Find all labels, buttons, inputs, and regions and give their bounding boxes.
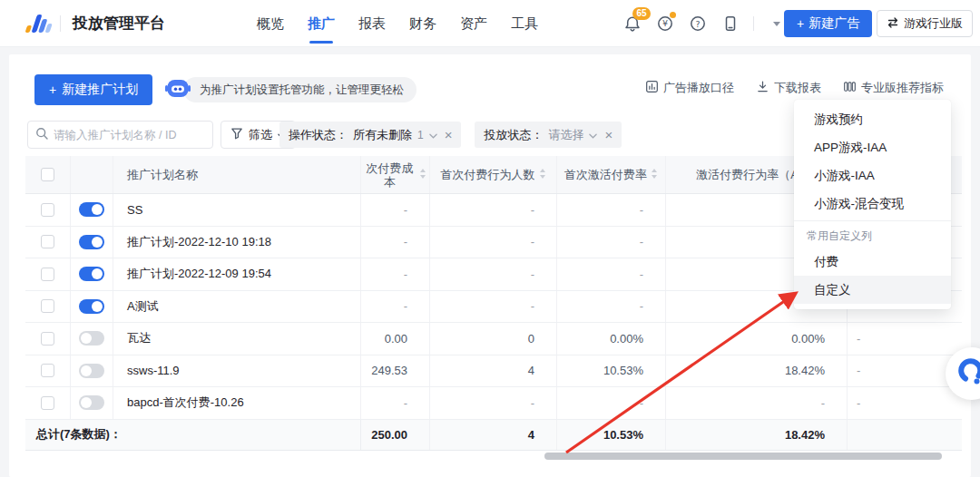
status-toggle[interactable]	[79, 235, 104, 249]
status-toggle[interactable]	[79, 202, 104, 217]
row-checkbox[interactable]	[41, 396, 54, 410]
cell-first-activation-pay-rate: 0.00%	[557, 323, 666, 355]
dropdown-item-mini-game-hybrid[interactable]: 小游戏-混合变现	[794, 190, 951, 218]
status-toggle[interactable]	[79, 395, 104, 410]
download-report-link[interactable]: 下载报表	[756, 80, 821, 96]
table-action-links: 广告播放口径 下载报表 专业版推荐指标	[645, 80, 944, 96]
cell-first-activation-pay-rate: 10.53%	[557, 355, 666, 387]
cell-first-activation-pay-rate: -	[557, 291, 666, 323]
cell-extra: -	[848, 387, 962, 419]
row-checkbox[interactable]	[41, 268, 54, 281]
status-toggle[interactable]	[79, 299, 104, 314]
table-row: 瓦达 0.00 0 0.00% 0.00% -	[25, 323, 962, 355]
dropdown-item-paid[interactable]: 付费	[794, 248, 951, 276]
cell-first-payers: -	[430, 258, 557, 290]
plan-name[interactable]: SS	[113, 194, 361, 226]
dropdown-item-game-reservation[interactable]: 游戏预约	[794, 105, 951, 133]
wallet-icon[interactable]: ¥	[655, 14, 675, 34]
chip-count: 1	[417, 129, 424, 141]
bell-icon[interactable]: 65	[622, 14, 642, 34]
industry-switch-button[interactable]: 游戏行业版	[877, 10, 973, 37]
row-checkbox[interactable]	[41, 299, 54, 313]
total-rate2: 18.42%	[666, 420, 848, 450]
new-plan-button[interactable]: + 新建推广计划	[34, 74, 152, 105]
dropdown-item-custom[interactable]: 自定义	[794, 276, 951, 304]
help-icon[interactable]: ?	[688, 14, 708, 34]
dropdown-item-mini-game-iaa[interactable]: 小游戏-IAA	[794, 161, 951, 190]
cell-first-activation-pay-rate: -	[557, 387, 666, 419]
nav-item-assets[interactable]: 资产	[460, 0, 487, 47]
status-toggle[interactable]	[79, 364, 104, 378]
cell-activation-pay-behavior-rate: 0.00%	[666, 323, 848, 355]
nav-item-tools[interactable]: 工具	[511, 0, 538, 47]
total-cost: 250.00	[361, 420, 430, 450]
nav-item-finance[interactable]: 财务	[409, 0, 436, 47]
pro-metrics-link[interactable]: 专业版推荐指标	[843, 80, 944, 96]
nav-item-promotion[interactable]: 推广	[308, 0, 335, 47]
cell-first-payers: -	[430, 291, 557, 323]
plus-icon: +	[797, 16, 804, 31]
row-checkbox[interactable]	[41, 332, 54, 346]
page-title: 投放管理平台	[73, 0, 165, 47]
nav-item-overview[interactable]: 概览	[257, 0, 284, 47]
cell-first-activation-pay-rate: -	[557, 227, 666, 258]
row-checkbox[interactable]	[41, 235, 54, 248]
close-icon[interactable]: ×	[604, 128, 612, 141]
plan-name[interactable]: bapcd-首次付费-10.26	[113, 387, 361, 419]
brand-logo-icon	[25, 12, 54, 39]
chevron-down-icon[interactable]	[589, 128, 597, 141]
chip-operation-status[interactable]: 操作状态：所有未删除 1 ×	[279, 122, 461, 148]
navbar-divider	[753, 16, 754, 31]
horizontal-scrollbar[interactable]	[544, 453, 942, 460]
column-header-first-pay-cost: 次付费成本	[361, 156, 430, 193]
plan-name[interactable]: 推广计划-2022-12-10 19:18	[113, 227, 361, 258]
assistant-tip-text: 为推广计划设置托管功能，让管理更轻松	[183, 77, 416, 102]
plan-name[interactable]: 推广计划-2022-12-09 19:54	[113, 258, 361, 290]
table-row: bapcd-首次付费-10.26 - - - - -	[25, 387, 962, 420]
assistant-tip[interactable]: 为推广计划设置托管功能，让管理更轻松	[164, 76, 416, 103]
total-extra	[848, 420, 962, 450]
cell-activation-pay-behavior-rate: -	[666, 387, 848, 419]
cell-first-payers: 4	[430, 355, 557, 387]
column-header-first-payers: 首次付费行为人数	[430, 156, 557, 193]
row-checkbox[interactable]	[41, 203, 54, 217]
column-header-plan-name: 推广计划名称	[113, 156, 361, 193]
nav-item-reports[interactable]: 报表	[358, 0, 386, 47]
wallet-alert-dot	[670, 12, 676, 18]
cell-first-pay-cost: -	[361, 194, 430, 226]
select-all-checkbox[interactable]	[41, 168, 54, 181]
sort-icon[interactable]	[419, 168, 426, 181]
top-navbar: 投放管理平台 概览 推广 报表 财务 资产 工具 65 ¥	[0, 0, 980, 47]
chart-box-icon	[645, 80, 659, 96]
plan-name[interactable]: 瓦达	[113, 323, 361, 355]
row-checkbox[interactable]	[41, 364, 54, 377]
dropdown-item-app-game-iaa[interactable]: APP游戏-IAA	[794, 133, 951, 161]
funnel-icon	[230, 127, 243, 142]
mobile-icon[interactable]	[720, 14, 740, 34]
new-ad-button[interactable]: + 新建广告	[784, 10, 872, 37]
status-toggle[interactable]	[79, 331, 104, 346]
cell-first-pay-cost: -	[361, 258, 430, 290]
cell-extra: -	[848, 323, 962, 355]
filter-chips: 操作状态：所有未删除 1 × 投放状态：请选择 ×	[279, 122, 622, 148]
main-nav: 概览 推广 报表 财务 资产 工具	[257, 0, 538, 47]
cell-first-payers: -	[430, 194, 557, 226]
status-toggle[interactable]	[79, 267, 104, 281]
chip-delivery-status[interactable]: 投放状态：请选择 ×	[475, 122, 622, 148]
plan-name[interactable]: ssws-11.9	[113, 355, 361, 387]
plan-search-box	[27, 121, 213, 149]
playback-caliber-link[interactable]: 广告播放口径	[645, 80, 734, 96]
total-rate1: 10.53%	[557, 420, 666, 450]
chevron-down-icon[interactable]	[429, 128, 437, 141]
sort-icon[interactable]	[539, 168, 546, 181]
cell-first-pay-cost: 0.00	[361, 323, 430, 355]
columns-icon	[843, 80, 857, 96]
search-input[interactable]	[54, 129, 205, 141]
close-icon[interactable]: ×	[445, 128, 453, 141]
plan-name[interactable]: A测试	[113, 291, 361, 323]
sort-icon[interactable]	[651, 168, 658, 181]
ad-platform-page: 投放管理平台 概览 推广 报表 财务 资产 工具 65 ¥	[0, 0, 980, 477]
toggle-column-header	[71, 156, 113, 193]
headset-icon	[956, 356, 980, 391]
cell-first-pay-cost: -	[361, 387, 430, 419]
